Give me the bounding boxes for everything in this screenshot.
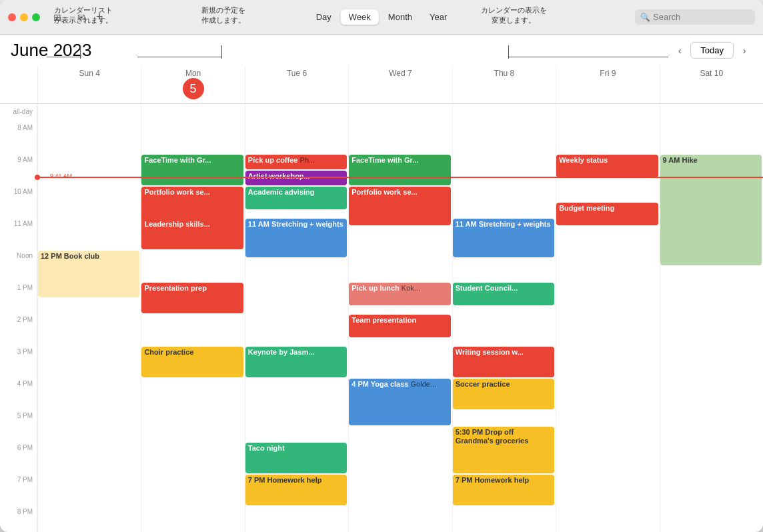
hour-cell[interactable] (37, 315, 141, 347)
event-presentation-prep[interactable]: Presentation prep (141, 283, 243, 313)
calendar-list-icon[interactable]: ⊞ (51, 11, 64, 24)
event-11-am-stretching-+-w[interactable]: 11 AM Stretching + weights (245, 219, 347, 257)
hour-cell[interactable] (141, 379, 244, 411)
hour-cell[interactable] (37, 219, 141, 251)
event-soccer-practice[interactable]: Soccer practice (453, 379, 554, 409)
hour-cell[interactable] (245, 507, 348, 532)
search-icon: 🔍 (640, 13, 650, 22)
hour-cell[interactable] (660, 283, 763, 315)
event-budget-meeting[interactable]: Budget meeting (556, 203, 658, 225)
hour-cell[interactable] (245, 123, 348, 155)
event-facetime-with-gr...[interactable]: FaceTime with Gr... (349, 155, 450, 185)
hour-cell[interactable] (245, 283, 348, 315)
event-team-presentation[interactable]: Team presentation (349, 315, 450, 337)
event-weekly-status[interactable]: Weekly status (556, 155, 658, 177)
hour-cell[interactable] (245, 315, 348, 347)
hour-cell[interactable] (141, 443, 244, 475)
hour-cell[interactable] (452, 123, 556, 155)
event-4-pm-yoga-class[interactable]: 4 PM Yoga class Golde... (349, 379, 450, 425)
hour-cell[interactable] (37, 475, 141, 507)
search-input[interactable] (653, 12, 750, 22)
view-month-button[interactable]: Month (380, 9, 420, 25)
hour-cell[interactable] (37, 443, 141, 475)
prev-button[interactable]: ‹ (672, 43, 688, 59)
hour-cell[interactable] (556, 251, 659, 283)
hour-cell[interactable] (141, 251, 244, 283)
event-writing-session-w...[interactable]: Writing session w... (453, 347, 554, 377)
hour-cell[interactable] (37, 507, 141, 532)
hour-cell[interactable] (660, 347, 763, 379)
hour-cell[interactable] (37, 187, 141, 219)
event-7-pm-homework-help[interactable]: 7 PM Homework help (245, 475, 347, 505)
event-5:30-pm-drop-off-gra[interactable]: 5:30 PM Drop off Grandma's groceries (453, 427, 554, 473)
minimize-button[interactable] (20, 13, 28, 21)
event-pick-up-lunch[interactable]: Pick up lunch Kok... (349, 283, 450, 305)
hour-cell[interactable] (348, 123, 452, 155)
hour-cell[interactable] (556, 411, 659, 443)
hour-cell[interactable] (660, 507, 763, 532)
month-label: June (11, 40, 48, 60)
hour-cell[interactable] (141, 315, 244, 347)
hour-cell[interactable] (660, 379, 763, 411)
hour-cell[interactable] (37, 155, 141, 187)
hour-cell[interactable] (556, 507, 659, 532)
event-taco-night[interactable]: Taco night (245, 443, 347, 473)
event-portfolio-work-se...[interactable]: Portfolio work se... (349, 187, 450, 225)
hour-cell[interactable] (348, 347, 452, 379)
day-header-tue: Tue 6 (245, 66, 348, 103)
event-facetime-with-gr...[interactable]: FaceTime with Gr... (141, 155, 243, 185)
hour-cell[interactable] (556, 315, 659, 347)
hour-cell[interactable] (660, 411, 763, 443)
hour-cell[interactable] (556, 347, 659, 379)
hour-cell[interactable] (141, 507, 244, 532)
event-student-council...[interactable]: Student Council... (453, 283, 554, 305)
hour-cell[interactable] (556, 123, 659, 155)
event-leadership-skills...[interactable]: Leadership skills... (141, 219, 243, 249)
hour-cell[interactable] (556, 283, 659, 315)
hour-cell[interactable] (452, 507, 556, 532)
hour-cell[interactable] (556, 443, 659, 475)
close-button[interactable] (8, 13, 16, 21)
hour-cell[interactable] (348, 251, 452, 283)
next-button[interactable]: › (736, 43, 752, 59)
hour-cell[interactable] (452, 315, 556, 347)
event-12-pm-book-club[interactable]: 12 PM Book club (38, 251, 139, 297)
hour-cell[interactable] (556, 379, 659, 411)
hour-cell[interactable] (348, 507, 452, 532)
hour-cell[interactable] (141, 475, 244, 507)
view-week-button[interactable]: Week (341, 9, 379, 25)
hour-cell[interactable] (556, 475, 659, 507)
view-year-button[interactable]: Year (422, 9, 455, 25)
time-col-header (0, 66, 37, 103)
hour-cell[interactable] (37, 379, 141, 411)
event-7-pm-homework-help[interactable]: 7 PM Homework help (453, 475, 554, 505)
hour-cell[interactable] (660, 475, 763, 507)
hour-cell[interactable] (245, 411, 348, 443)
search-bar[interactable]: 🔍 (635, 9, 755, 25)
hour-cell[interactable] (37, 411, 141, 443)
fullscreen-button[interactable] (32, 13, 40, 21)
view-day-button[interactable]: Day (308, 9, 339, 25)
hour-cell[interactable] (660, 315, 763, 347)
hour-cell[interactable] (141, 411, 244, 443)
hour-cell[interactable] (37, 347, 141, 379)
hour-cell[interactable] (37, 123, 141, 155)
event-keynote-by-jasm...[interactable]: Keynote by Jasm... (245, 347, 347, 377)
mail-icon[interactable]: ✉ (75, 11, 88, 24)
hour-cell[interactable] (348, 443, 452, 475)
hour-cell[interactable] (660, 443, 763, 475)
event-artist-workshop...[interactable]: Artist workshop... (245, 171, 347, 185)
add-event-button[interactable]: + (96, 10, 103, 24)
today-button[interactable]: Today (690, 42, 734, 59)
hour-cell[interactable] (452, 155, 556, 187)
hour-cell[interactable] (141, 123, 244, 155)
event-11-am-stretching-+-w[interactable]: 11 AM Stretching + weights (453, 219, 554, 257)
hour-cell[interactable] (452, 187, 556, 219)
event-pick-up-coffee[interactable]: Pick up coffee Ph... (245, 155, 347, 169)
event-academic-advising[interactable]: Academic advising (245, 187, 347, 209)
hour-cell[interactable] (348, 475, 452, 507)
hour-cell[interactable] (660, 123, 763, 155)
event-choir-practice[interactable]: Choir practice (141, 347, 243, 377)
hour-cell[interactable] (245, 379, 348, 411)
event-9-am-hike[interactable]: 9 AM Hike (660, 155, 762, 265)
